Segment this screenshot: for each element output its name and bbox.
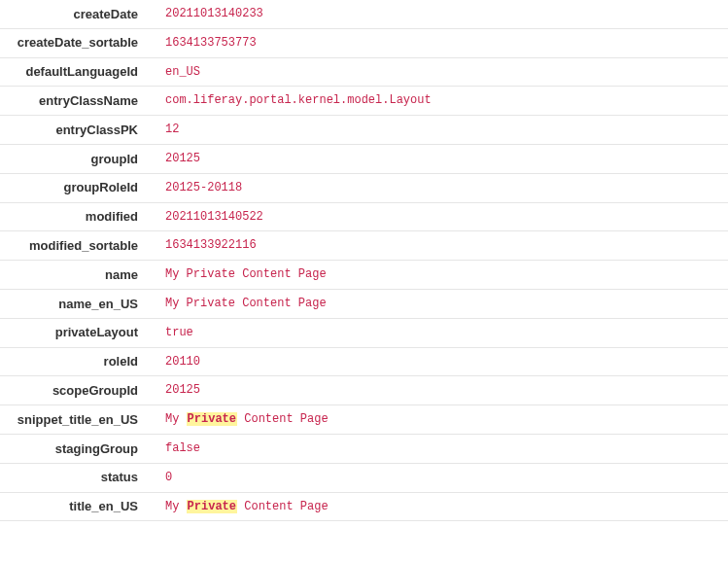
field-table: createDate20211013140233createDate_sorta… xyxy=(0,0,728,521)
field-label: modified xyxy=(0,203,146,230)
highlight-term: Private xyxy=(187,412,237,426)
field-value: 1634133753773 xyxy=(146,29,728,57)
field-row: roleId20110 xyxy=(0,348,728,377)
field-label: title_en_US xyxy=(0,493,146,520)
field-label: createDate xyxy=(0,1,146,28)
field-value: 1634133922116 xyxy=(146,231,728,260)
field-label: entryClassName xyxy=(0,88,146,115)
field-row: entryClassPK12 xyxy=(0,116,728,145)
field-row: defaultLanguageIden_US xyxy=(0,58,728,88)
field-value: 20125 xyxy=(146,376,728,405)
field-row: name_en_USMy Private Content Page xyxy=(0,290,728,319)
field-value: My Private Content Page xyxy=(146,261,728,289)
field-row: title_en_USMy Private Content Page xyxy=(0,493,728,522)
field-value: 12 xyxy=(146,116,728,144)
field-value: 0 xyxy=(146,464,728,492)
highlight-term: Private xyxy=(187,500,237,513)
field-row: snippet_title_en_USMy Private Content Pa… xyxy=(0,405,728,435)
field-value: My Private Content Page xyxy=(146,493,728,521)
field-label: stagingGroup xyxy=(0,436,146,463)
field-row: privateLayouttrue xyxy=(0,319,728,348)
field-row: groupRoleId20125-20118 xyxy=(0,174,728,203)
field-row: stagingGroupfalse xyxy=(0,435,728,464)
field-row: modified20211013140522 xyxy=(0,203,728,232)
field-value: 20211013140522 xyxy=(146,203,728,231)
field-row: entryClassNamecom.liferay.portal.kernel.… xyxy=(0,87,728,116)
field-row: nameMy Private Content Page xyxy=(0,261,728,290)
field-value: My Private Content Page xyxy=(146,290,728,318)
field-row: groupId20125 xyxy=(0,145,728,174)
field-label: entryClassPK xyxy=(0,117,146,144)
field-label: defaultLanguageId xyxy=(0,58,146,86)
field-row: createDate_sortable1634133753773 xyxy=(0,29,728,58)
field-row: createDate20211013140233 xyxy=(0,0,728,29)
field-value: false xyxy=(146,435,728,463)
field-label: name_en_US xyxy=(0,291,146,318)
field-label: roleId xyxy=(0,348,146,375)
field-label: modified_sortable xyxy=(0,232,146,260)
field-value: 20125 xyxy=(146,145,728,173)
field-label: name xyxy=(0,262,146,289)
field-label: groupRoleId xyxy=(0,174,146,201)
field-value: true xyxy=(146,319,728,347)
field-value: com.liferay.portal.kernel.model.Layout xyxy=(146,87,728,115)
field-label: status xyxy=(0,464,146,491)
field-label: groupId xyxy=(0,146,146,173)
field-label: createDate_sortable xyxy=(0,29,146,56)
field-row: modified_sortable1634133922116 xyxy=(0,231,728,261)
field-value: 20110 xyxy=(146,348,728,376)
field-value: 20211013140233 xyxy=(146,0,728,28)
field-value: My Private Content Page xyxy=(146,405,728,434)
field-row: scopeGroupId20125 xyxy=(0,376,728,405)
field-row: status0 xyxy=(0,464,728,493)
field-label: scopeGroupId xyxy=(0,377,146,405)
field-value: 20125-20118 xyxy=(146,174,728,202)
field-label: snippet_title_en_US xyxy=(0,406,146,434)
field-label: privateLayout xyxy=(0,319,146,346)
field-value: en_US xyxy=(146,58,728,87)
